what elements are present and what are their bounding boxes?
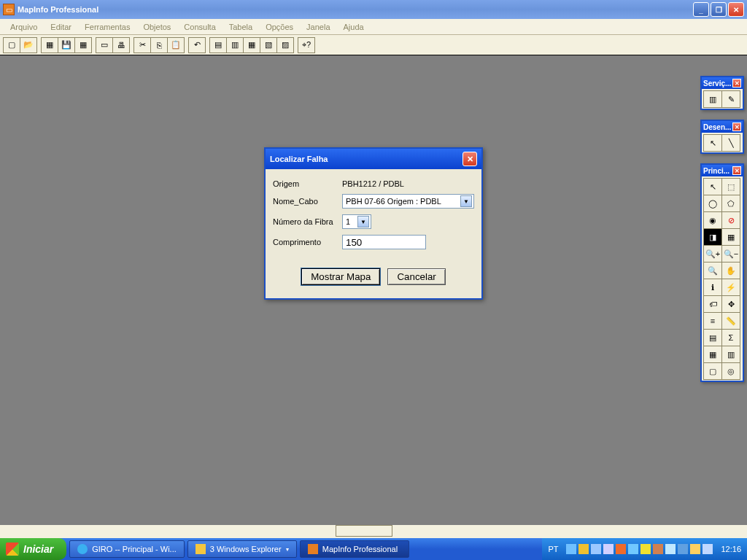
grabber-icon[interactable]: ✋ bbox=[721, 262, 740, 279]
menu-ajuda[interactable]: Ajuda bbox=[338, 21, 370, 33]
tray-monitor-icon[interactable] bbox=[591, 544, 601, 554]
assign-icon[interactable]: ▥ bbox=[721, 346, 740, 363]
dialog-titlebar[interactable]: Localizar Falha ✕ bbox=[266, 149, 481, 169]
tray-shield-icon[interactable] bbox=[578, 544, 589, 554]
layer-control-icon[interactable]: ≡ bbox=[703, 312, 722, 330]
tray-net-icon[interactable] bbox=[628, 544, 638, 554]
boundary-select-icon[interactable]: ◉ bbox=[703, 211, 722, 229]
save-icon[interactable]: 💾 bbox=[58, 37, 75, 53]
dialog-body: Origem PBH1212 / PDBL Nome_Cabo PBH 07-6… bbox=[266, 169, 481, 298]
cancelar-button[interactable]: Cancelar bbox=[387, 268, 445, 285]
workspace-save-icon[interactable]: ▦ bbox=[74, 37, 92, 53]
radius-select-icon[interactable]: ◯ bbox=[703, 195, 722, 212]
servic-tool-2[interactable]: ✎ bbox=[721, 90, 740, 108]
app-icon: ▭ bbox=[3, 4, 15, 15]
redistrict-icon[interactable]: ▨ bbox=[276, 37, 294, 53]
tray-arrow-icon[interactable] bbox=[566, 544, 576, 554]
paste-icon[interactable]: 📋 bbox=[167, 37, 185, 53]
language-indicator[interactable]: PT bbox=[548, 545, 558, 553]
zoom-out-icon[interactable]: 🔍− bbox=[721, 245, 740, 262]
hotlink-icon[interactable]: ⚡ bbox=[721, 279, 740, 296]
tray-vol-icon[interactable] bbox=[690, 544, 700, 554]
new-layout-icon[interactable]: ▧ bbox=[260, 37, 277, 53]
set-target-icon[interactable]: ◎ bbox=[721, 362, 740, 380]
statistics-icon[interactable]: Σ bbox=[721, 329, 740, 346]
line-tool-icon[interactable]: ╲ bbox=[721, 134, 740, 152]
graph-select-icon[interactable]: ▦ bbox=[721, 228, 740, 246]
dialog-close-button[interactable]: ✕ bbox=[462, 152, 477, 166]
palette-desen-titlebar[interactable]: Desen...✕ bbox=[702, 121, 743, 133]
ruler-icon[interactable]: 📏 bbox=[721, 312, 740, 330]
maximize-button[interactable]: ❐ bbox=[711, 2, 727, 17]
palette-desen-body: ↖╲ bbox=[702, 133, 743, 152]
menu-editar[interactable]: Editar bbox=[44, 21, 77, 33]
combo-numero-fibra-value: 1 bbox=[346, 217, 350, 226]
dialog-title: Localizar Falha bbox=[270, 155, 462, 163]
menu-janela[interactable]: Janela bbox=[301, 21, 336, 33]
tray-app1-icon[interactable] bbox=[640, 544, 651, 554]
menu-consulta[interactable]: Consulta bbox=[178, 21, 221, 33]
zoom-in-icon[interactable]: 🔍+ bbox=[703, 245, 722, 262]
palette-desen-title: Desen... bbox=[703, 123, 731, 131]
copy-icon[interactable]: ⎘ bbox=[150, 37, 168, 53]
task-explorer[interactable]: 3 Windows Explorer▾ bbox=[187, 540, 297, 558]
arrow-tool-icon[interactable]: ↖ bbox=[703, 134, 722, 152]
new-map-icon[interactable]: ▥ bbox=[226, 37, 244, 53]
menu-tabela[interactable]: Tabela bbox=[223, 21, 258, 33]
close-button[interactable]: ✕ bbox=[728, 2, 744, 17]
system-tray: PT 12:16 bbox=[542, 538, 747, 560]
change-view-icon[interactable]: 🔍 bbox=[703, 262, 722, 279]
workspace-open-icon[interactable]: ▦ bbox=[41, 37, 58, 53]
unselect-icon[interactable]: ⊘ bbox=[721, 211, 740, 229]
new-browser-icon[interactable]: ▤ bbox=[209, 37, 227, 53]
start-label: Iniciar bbox=[23, 543, 53, 555]
new-icon[interactable]: ▢ bbox=[3, 37, 20, 53]
task-mapinfo[interactable]: MapInfo Professional bbox=[300, 540, 409, 558]
palette-desen: Desen...✕↖╲ bbox=[700, 120, 744, 154]
help-icon[interactable]: ⌖? bbox=[298, 37, 315, 53]
tray-av-icon[interactable] bbox=[616, 544, 626, 554]
tray-drive-icon[interactable] bbox=[603, 544, 614, 554]
label-icon[interactable]: 🏷 bbox=[703, 295, 722, 313]
mostrar-mapa-button[interactable]: Mostrar Mapa bbox=[301, 268, 380, 285]
palette-princi-title: Princi... bbox=[703, 167, 729, 175]
input-comprimento[interactable] bbox=[342, 235, 426, 249]
palette-servic-close-button[interactable]: ✕ bbox=[732, 79, 741, 88]
clock[interactable]: 12:16 bbox=[721, 545, 741, 553]
info-icon[interactable]: ℹ bbox=[703, 279, 722, 296]
servic-tool-1[interactable]: ▥ bbox=[703, 90, 722, 108]
tray-clock-ico-icon[interactable] bbox=[703, 544, 713, 554]
menu-objetos[interactable]: Objetos bbox=[137, 21, 177, 33]
drag-window-icon[interactable]: ✥ bbox=[721, 295, 740, 313]
cut-icon[interactable]: ✂ bbox=[133, 37, 151, 53]
window-controls: _ ❐ ✕ bbox=[693, 2, 744, 17]
minimize-button[interactable]: _ bbox=[693, 2, 709, 17]
invert-select-icon[interactable]: ◨ bbox=[703, 228, 722, 246]
start-button[interactable]: Iniciar bbox=[0, 538, 66, 560]
palette-servic-titlebar[interactable]: Serviç...✕ bbox=[702, 77, 743, 89]
print-icon[interactable]: 🖶 bbox=[112, 37, 130, 53]
select-icon[interactable]: ↖ bbox=[703, 178, 722, 195]
print-window-icon[interactable]: ▭ bbox=[96, 37, 113, 53]
palette-princi-titlebar[interactable]: Princi...✕ bbox=[702, 165, 743, 176]
new-graph-icon[interactable]: ▦ bbox=[243, 37, 260, 53]
polygon-select-icon[interactable]: ⬠ bbox=[721, 195, 740, 212]
palette-princi-close-button[interactable]: ✕ bbox=[732, 166, 741, 175]
tray-chat-icon[interactable] bbox=[665, 544, 676, 554]
menu-ferramentas[interactable]: Ferramentas bbox=[79, 21, 136, 33]
open-icon[interactable]: 📂 bbox=[20, 37, 37, 53]
chevron-down-icon: ▾ bbox=[286, 546, 289, 553]
clip-region-icon[interactable]: ▢ bbox=[703, 362, 722, 380]
combo-nome-cabo[interactable]: PBH 07-66 Origem : PDBL ▼ bbox=[342, 194, 474, 209]
legend-icon[interactable]: ▤ bbox=[703, 329, 722, 346]
marquee-select-icon[interactable]: ⬚ bbox=[721, 178, 740, 195]
menu-arquivo[interactable]: Arquivo bbox=[4, 21, 43, 33]
undo-icon[interactable]: ↶ bbox=[188, 37, 206, 53]
tray-app2-icon[interactable] bbox=[653, 544, 663, 554]
task-giro[interactable]: GIRO -- Principal - Wi... bbox=[69, 540, 185, 558]
combo-numero-fibra[interactable]: 1 ▼ bbox=[342, 214, 371, 229]
palette-desen-close-button[interactable]: ✕ bbox=[732, 122, 741, 131]
tray-pen-icon[interactable] bbox=[678, 544, 688, 554]
district-icon[interactable]: ▦ bbox=[703, 346, 722, 363]
menu-opções[interactable]: Opções bbox=[260, 21, 299, 33]
